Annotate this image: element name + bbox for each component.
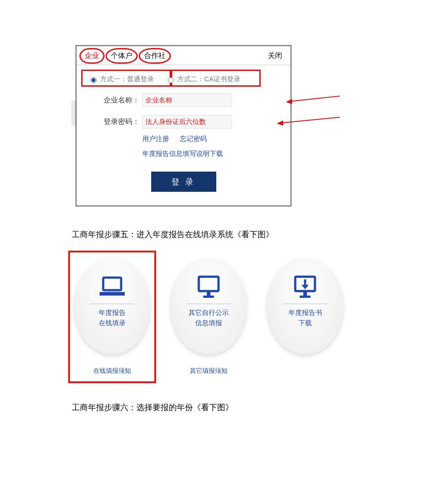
svg-line-0 [288,96,340,102]
card-line1: 年度报告 [99,309,126,317]
input-hint: 企业名称 [145,96,172,105]
login-button-row: 登 录 [77,172,290,192]
laptop-icon [98,275,127,298]
manual-download-link[interactable]: 年度报告信息填写说明下载 [142,150,223,157]
password-label: 登录密码： [95,117,140,127]
annotation-arrow-icon [277,116,340,127]
svg-rect-7 [207,292,210,296]
monitor-icon [194,275,223,298]
svg-marker-3 [277,120,283,126]
mode-normal-login[interactable]: 方式一：普通登录 [86,73,157,85]
card-line1: 其它自行公示 [188,309,229,317]
svg-marker-11 [302,285,309,289]
cards-row: 年度报告 在线填录 在线填报须知 其它自行公示 信息填报 其它填报须知 [72,258,424,375]
card-report-download-button[interactable]: 年度报告书 下载 [267,258,343,354]
helper-links: 用户注册 忘记密码 [142,135,290,143]
enterprise-name-input[interactable]: 企业名称 [142,93,232,107]
svg-rect-13 [300,296,310,298]
card-other-disclosure: 其它自行公示 信息填报 其它填报须知 [168,258,249,375]
close-button[interactable]: 关闭 [268,51,282,61]
card-annual-report-notice-link[interactable]: 在线填报须知 [93,367,131,375]
close-label: 关闭 [268,52,282,59]
card-line2: 信息填报 [195,319,222,327]
password-row: 登录密码： 法人身份证后六位数 [95,115,290,128]
svg-line-2 [280,117,340,123]
tab-enterprise[interactable]: 企业 [81,50,103,62]
login-button[interactable]: 登 录 [151,172,216,192]
login-modal: 企业 个体户 合作社 关闭 方式一：普通登录 方式二：CA [75,45,292,207]
download-link-row: 年度报告信息填写说明下载 [142,150,290,158]
svg-rect-6 [199,277,219,291]
card-line2: 下载 [298,319,312,327]
tab-label: 个体户 [111,52,132,59]
login-button-label: 登 录 [171,177,195,187]
login-mode-row: 方式一：普通登录 方式二：CA证书登录 [86,73,281,85]
enterprise-name-label: 企业名称： [95,96,140,105]
card-other-disclosure-button[interactable]: 其它自行公示 信息填报 [170,258,247,354]
tab-label: 企业 [85,52,99,59]
mode-label: 方式一：普通登录 [100,75,154,84]
tab-individual[interactable]: 个体户 [107,50,136,62]
svg-rect-8 [203,296,214,298]
password-input[interactable]: 法人身份证后六位数 [142,115,232,128]
tab-label: 合作社 [144,52,166,59]
mode-label: 方式二：CA证书登录 [177,75,240,84]
card-annual-report-button[interactable]: 年度报告 在线填录 [74,258,150,354]
card-other-disclosure-notice-link[interactable]: 其它填报须知 [190,367,227,375]
svg-rect-12 [303,292,307,296]
card-line1: 年度报告书 [288,309,322,317]
forgot-password-link[interactable]: 忘记密码 [180,135,207,142]
tab-cooperative[interactable]: 合作社 [140,50,169,62]
input-hint: 法人身份证后六位数 [145,118,206,126]
card-line2: 在线填录 [99,319,126,327]
background-fragment [71,101,75,126]
step5-heading: 工商年报步骤五：进入年度报告在线填录系统《看下图》 [72,229,424,240]
card-report-download: 年度报告书 下载 [265,258,345,354]
enterprise-name-row: 企业名称： 企业名称 [95,93,290,107]
download-monitor-icon [291,275,319,298]
svg-marker-1 [286,99,292,104]
svg-rect-5 [100,292,125,296]
login-tabs: 企业 个体户 合作社 关闭 [77,46,290,65]
svg-rect-4 [103,278,121,290]
mode-ca-radio[interactable] [168,77,174,83]
mode-normal-radio[interactable] [91,77,96,83]
annotation-arrow-icon [286,95,340,106]
card-annual-report: 年度报告 在线填录 在线填报须知 [72,258,153,375]
step6-heading: 工商年报步骤六：选择要报的年份《看下图》 [72,402,424,413]
mode-ca-login[interactable]: 方式二：CA证书登录 [163,73,243,85]
register-link[interactable]: 用户注册 [142,135,169,142]
